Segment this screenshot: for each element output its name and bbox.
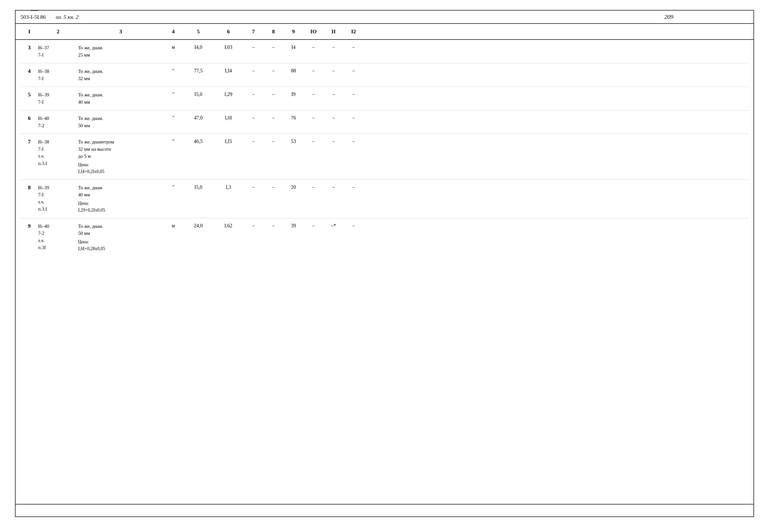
cell-3-2: I6–39 7-I	[38, 91, 78, 106]
cell-6-11: –	[324, 184, 344, 190]
cell-7-9: 39	[283, 223, 303, 229]
cell-2-12: –	[344, 68, 364, 74]
cell-5-11: –	[324, 138, 344, 144]
cell-2-7: –	[243, 68, 263, 74]
cell-7-7: –	[243, 223, 263, 229]
outer-border: 503-I-5I.86 ол. 5 кн. 2 209 I 2 3 4 5 6 …	[15, 10, 754, 517]
cell-5-4: "	[163, 138, 183, 144]
cell-3-10: –	[303, 91, 324, 97]
col-header-7: 7	[243, 28, 263, 35]
cell-2-4: "	[163, 68, 183, 74]
cell-2-9: 88	[283, 68, 303, 74]
cell-7-10: –	[303, 223, 324, 229]
col-header-10: IO	[303, 28, 324, 35]
col-header-9: 9	[283, 28, 303, 35]
cell-4-4: "	[163, 115, 183, 121]
cell-3-12: –	[344, 91, 364, 97]
cell-6-12: –	[344, 184, 364, 190]
cell-1-2: I6–37 7-I	[38, 44, 78, 59]
header-subtitle: ол. 5 кн. 2	[56, 14, 79, 20]
cell-7-5: 24,0	[183, 223, 213, 229]
cell-7-3: То же, диам. 50 ммЦена: I,6I+0,28x0,05	[78, 223, 163, 252]
table-body: 3I6–37 7-IТо же, диам. 25 мммI4,0I,03––I…	[16, 40, 753, 257]
table-row: 8I6–39 7-I т.ч. п.3.IТо же, диам. 40 ммЦ…	[21, 180, 748, 218]
cell-4-3: То же, диам. 50 мм	[78, 115, 163, 129]
col-header-6: 6	[213, 28, 243, 35]
cell-6-7: –	[243, 184, 263, 190]
col-header-1: I	[21, 28, 38, 35]
cell-3-4: "	[163, 91, 183, 97]
cell-7-2: I6–40 7-2 т.ч. п.3I	[38, 223, 78, 251]
cell-5-1: 7	[21, 138, 38, 145]
cell-5-8: –	[263, 138, 283, 144]
cell-2-3: То же, диам. 32 мм	[78, 68, 163, 82]
cell-7-12: –	[344, 223, 364, 229]
table-row: 9I6–40 7-2 т.ч. п.3IТо же, диам. 50 ммЦе…	[21, 218, 748, 257]
corner-mark-tl	[31, 10, 38, 18]
col-header-12: I2	[344, 28, 364, 35]
cell-1-7: –	[243, 44, 263, 50]
cell-2-2: I6–38 7-I	[38, 68, 78, 82]
cell-5-7: –	[243, 138, 263, 144]
cell-3-7: –	[243, 91, 263, 97]
cell-5-5: 46,5	[183, 138, 213, 144]
col-header-2: 2	[38, 28, 78, 35]
cell-1-8: –	[263, 44, 283, 50]
cell-5-10: –	[303, 138, 324, 144]
cell-1-5: I4,0	[183, 44, 213, 50]
header-row: 503-I-5I.86 ол. 5 кн. 2 209	[16, 11, 753, 24]
cell-3-9: I9	[283, 91, 303, 97]
col-header-8: 8	[263, 28, 283, 35]
cell-4-11: –	[324, 115, 344, 121]
table-row: 6I6–40 7-2То же, диам. 50 мм"47,0I,6I––7…	[21, 110, 748, 134]
cell-4-1: 6	[21, 115, 38, 121]
cell-4-10: –	[303, 115, 324, 121]
cell-3-3: То же, диам. 40 мм	[78, 91, 163, 106]
cell-6-5: I5,0	[183, 184, 213, 190]
page: 503-I-5I.86 ол. 5 кн. 2 209 I 2 3 4 5 6 …	[0, 0, 769, 532]
col-header-4: 4	[163, 28, 183, 35]
cell-1-1: 3	[21, 44, 38, 51]
table-row: 4I6–38 7-IТо же, диам. 32 мм"77,5I,I4––8…	[21, 63, 748, 87]
cell-1-9: I4	[283, 44, 303, 50]
cell-5-6: I,I5	[213, 138, 243, 144]
cell-7-8: –	[263, 223, 283, 229]
cell-6-2: I6–39 7-I т.ч. п.3.I	[38, 184, 78, 213]
cell-2-11: –	[324, 68, 344, 74]
cell-2-10: –	[303, 68, 324, 74]
col-header-5: 5	[183, 28, 213, 35]
cell-6-10: –	[303, 184, 324, 190]
cell-5-9: 53	[283, 138, 303, 144]
cell-7-11: –*	[324, 223, 344, 229]
cell-7-4: м	[163, 223, 183, 229]
cell-6-6: I,3	[213, 184, 243, 190]
cell-2-6: I,I4	[213, 68, 243, 74]
cell-7-1: 9	[21, 223, 38, 229]
cell-3-5: I5,0	[183, 91, 213, 97]
cell-3-6: I,29	[213, 91, 243, 97]
cell-3-11: –	[324, 91, 344, 97]
table-row: 5I6–39 7-IТо же, диам. 40 мм"I5,0I,29––I…	[21, 87, 748, 110]
cell-6-3: То же, диам. 40 ммЦена: I,29+0,2Ix0,05	[78, 184, 163, 214]
cell-5-2: I6–38 7-I т.ч. п.3.I	[38, 138, 78, 167]
cell-1-4: м	[163, 44, 183, 50]
cell-5-12: –	[344, 138, 364, 144]
cell-2-8: –	[263, 68, 283, 74]
cell-6-1: 8	[21, 184, 38, 191]
cell-1-12: –	[344, 44, 364, 50]
table-row: 7I6–38 7-I т.ч. п.3.IТо же, диаметром 32…	[21, 134, 748, 180]
cell-6-9: 20	[283, 184, 303, 190]
col-header-11: II	[324, 28, 344, 35]
cell-4-9: 76	[283, 115, 303, 121]
page-number: 209	[664, 14, 673, 20]
cell-3-8: –	[263, 91, 283, 97]
table-row: 3I6–37 7-IТо же, диам. 25 мммI4,0I,03––I…	[21, 40, 748, 63]
col-header-3: 3	[78, 28, 163, 35]
bottom-bar	[16, 504, 753, 516]
cell-1-11: –	[324, 44, 344, 50]
cell-6-4: "	[163, 184, 183, 190]
cell-1-3: То же, диам. 25 мм	[78, 44, 163, 59]
cell-1-6: I,03	[213, 44, 243, 50]
cell-1-10: –	[303, 44, 324, 50]
cell-5-3: То же, диаметром 32 мм на высоте до 5 мЦ…	[78, 138, 163, 175]
